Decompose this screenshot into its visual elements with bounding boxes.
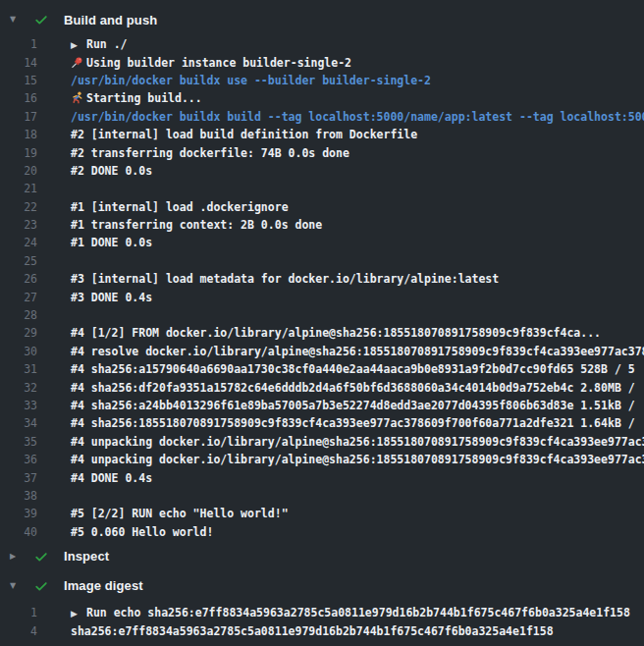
- line-number[interactable]: 19: [0, 146, 37, 160]
- line-number[interactable]: 31: [0, 362, 37, 376]
- log-line: 18 #2 [internal] load build definition f…: [0, 126, 644, 143]
- line-content: #4 sha256:a24bb4013296f61e89ba57005a7b3e…: [71, 399, 635, 412]
- line-text: #4 DONE 0.4s: [71, 471, 152, 485]
- line-content: Run echo sha256:e7ff8834a5963a2785c5a081…: [86, 606, 630, 619]
- section-header[interactable]: ▼ Image digest: [0, 574, 644, 598]
- line-number[interactable]: 20: [0, 164, 37, 178]
- line-text: ▶Run ./: [71, 37, 128, 51]
- line-content: #4 [1/2] FROM docker.io/library/alpine@s…: [71, 326, 601, 340]
- line-number[interactable]: 1: [0, 37, 37, 51]
- line-number[interactable]: 35: [0, 435, 37, 449]
- line-content: Starting build...: [86, 91, 202, 105]
- line-text: Using builder instance builder-single-2: [71, 56, 351, 70]
- line-text: #1 [internal] load .dockerignore: [71, 200, 289, 214]
- line-number[interactable]: 33: [0, 399, 37, 412]
- chevron-right-icon: ▶: [10, 553, 20, 561]
- log-line: 30 #4 resolve docker.io/library/alpine@s…: [0, 343, 644, 360]
- line-number[interactable]: 22: [0, 200, 37, 214]
- line-content: Using builder instance builder-single-2: [86, 56, 351, 70]
- log-section-inspect: ▶ Inspect: [0, 545, 644, 568]
- log-viewer: ▼ Build and push 1 ▶Run ./ 14 Using buil…: [0, 0, 644, 640]
- line-number[interactable]: 26: [0, 272, 37, 286]
- line-number[interactable]: 28: [0, 308, 37, 322]
- line-content: #1 DONE 0.0s: [71, 236, 152, 249]
- line-number[interactable]: 4: [0, 624, 37, 638]
- pushpin-icon: [71, 56, 86, 70]
- line-text: #4 sha256:a15790640a6690aa1730c38cf0a440…: [71, 362, 635, 376]
- line-number[interactable]: 16: [0, 91, 37, 105]
- line-text: #4 sha256:a24bb4013296f61e89ba57005a7b3e…: [71, 399, 635, 412]
- log-line: 23 #1 transferring context: 2B 0.0s done: [0, 216, 644, 234]
- check-icon: [34, 550, 48, 564]
- line-content: #1 [internal] load .dockerignore: [71, 200, 289, 214]
- line-content: #2 DONE 0.0s: [71, 164, 152, 178]
- line-content: #4 resolve docker.io/library/alpine@sha2…: [71, 345, 644, 358]
- line-number[interactable]: 32: [0, 381, 37, 395]
- log-line: 20 #2 DONE 0.0s: [0, 162, 644, 180]
- log-line: 4 sha256:e7ff8834a5963a2785c5a0811e979d1…: [0, 621, 644, 639]
- log-line: 27 #3 DONE 0.4s: [0, 288, 644, 305]
- runner-icon: [71, 91, 86, 105]
- line-content: #5 [2/2] RUN echo "Hello world!": [71, 507, 289, 520]
- log-line: 25: [0, 252, 644, 270]
- line-number[interactable]: 40: [0, 525, 37, 539]
- line-number[interactable]: 14: [0, 56, 37, 70]
- run-toggle-icon[interactable]: ▶: [71, 40, 86, 50]
- line-number[interactable]: 37: [0, 471, 37, 485]
- line-content: sha256:e7ff8834a5963a2785c5a0811e979d16b…: [71, 624, 554, 638]
- line-number[interactable]: 38: [0, 489, 37, 503]
- line-text: /usr/bin/docker buildx build --tag local…: [71, 110, 644, 124]
- line-text: #2 transferring dockerfile: 74B 0.0s don…: [71, 146, 349, 160]
- line-text: Starting build...: [71, 91, 202, 105]
- line-text: #4 sha256:185518070891758909c9f839cf4ca3…: [71, 416, 635, 430]
- log-line: 28: [0, 306, 644, 324]
- line-number[interactable]: 15: [0, 74, 37, 87]
- run-toggle-icon[interactable]: ▶: [71, 609, 86, 619]
- line-content: #3 DONE 0.4s: [71, 291, 152, 304]
- log-line: 36 #4 unpacking docker.io/library/alpine…: [0, 451, 644, 468]
- log-line: 15 /usr/bin/docker buildx use --builder …: [0, 72, 644, 89]
- line-number[interactable]: 21: [0, 182, 37, 195]
- section-lines: 1 ▶Run ./ 14 Using builder instance buil…: [0, 35, 644, 541]
- log-line: 14 Using builder instance builder-single…: [0, 53, 644, 71]
- line-number[interactable]: 29: [0, 326, 37, 340]
- line-number[interactable]: 17: [0, 110, 37, 124]
- line-content: #3 [internal] load metadata for docker.i…: [71, 272, 499, 286]
- line-content: /usr/bin/docker buildx use --builder bui…: [71, 74, 431, 87]
- chevron-down-icon: ▼: [10, 582, 20, 590]
- line-number[interactable]: 30: [0, 345, 37, 358]
- line-number[interactable]: 1: [0, 606, 37, 619]
- line-number[interactable]: 39: [0, 507, 37, 520]
- line-text: #4 sha256:df20fa9351a15782c64e6dddb2d4a6…: [71, 381, 635, 395]
- log-line: 19 #2 transferring dockerfile: 74B 0.0s …: [0, 143, 644, 161]
- log-line: 1 ▶Run ./: [0, 35, 644, 53]
- line-number[interactable]: 34: [0, 416, 37, 430]
- log-line: 22 #1 [internal] load .dockerignore: [0, 198, 644, 216]
- line-number[interactable]: 18: [0, 128, 37, 141]
- line-text: #3 [internal] load metadata for docker.i…: [71, 272, 499, 286]
- log-line: 32 #4 sha256:df20fa9351a15782c64e6dddb2d…: [0, 378, 644, 396]
- log-line: 29 #4 [1/2] FROM docker.io/library/alpin…: [0, 324, 644, 342]
- line-text: #3 DONE 0.4s: [71, 291, 152, 304]
- log-line: 35 #4 unpacking docker.io/library/alpine…: [0, 433, 644, 451]
- line-content: Run ./: [86, 37, 128, 51]
- section-header[interactable]: ▶ Inspect: [0, 545, 644, 568]
- line-number[interactable]: 23: [0, 218, 37, 232]
- line-content: #4 sha256:185518070891758909c9f839cf4ca3…: [71, 416, 635, 430]
- line-content: #4 unpacking docker.io/library/alpine@sh…: [71, 453, 644, 466]
- line-content: #1 transferring context: 2B 0.0s done: [71, 218, 322, 232]
- line-number[interactable]: 24: [0, 236, 37, 249]
- line-text: #4 unpacking docker.io/library/alpine@sh…: [71, 435, 644, 449]
- section-title: Image digest: [64, 578, 143, 593]
- log-line: 26 #3 [internal] load metadata for docke…: [0, 270, 644, 288]
- line-number[interactable]: 36: [0, 453, 37, 466]
- section-header[interactable]: ▼ Build and push: [0, 8, 644, 31]
- line-number[interactable]: 25: [0, 254, 37, 268]
- check-icon: [34, 579, 48, 593]
- log-line: 38: [0, 487, 644, 505]
- line-number[interactable]: 27: [0, 291, 37, 304]
- line-text: #2 DONE 0.0s: [71, 164, 152, 178]
- line-text: ▶Run echo sha256:e7ff8834a5963a2785c5a08…: [71, 606, 630, 619]
- log-line: 1 ▶Run echo sha256:e7ff8834a5963a2785c5a…: [0, 604, 644, 621]
- log-line: 34 #4 sha256:185518070891758909c9f839cf4…: [0, 414, 644, 432]
